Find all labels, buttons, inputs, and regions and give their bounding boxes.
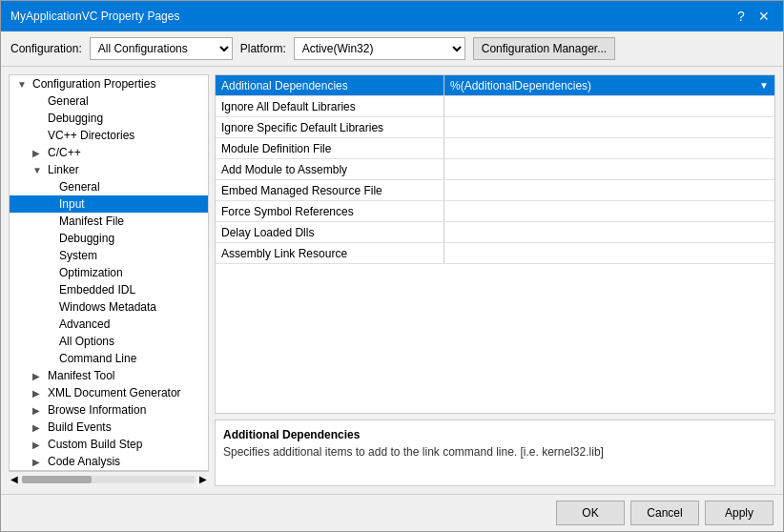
tree-item-linker[interactable]: ▼Linker: [10, 161, 208, 178]
prop-row[interactable]: Delay Loaded Dlls: [216, 222, 774, 243]
prop-value: [444, 159, 774, 179]
main-content: ▼Configuration PropertiesGeneralDebuggin…: [1, 67, 783, 494]
tree-item-config-props[interactable]: ▼Configuration Properties: [10, 75, 208, 92]
tree-item-c-cpp[interactable]: ▶C/C++: [10, 144, 208, 161]
tree-item-build-events[interactable]: ▶Build Events: [10, 419, 208, 436]
config-select[interactable]: All Configurations: [90, 37, 233, 60]
tree-expander-build-events: ▶: [32, 422, 48, 433]
tree-item-general[interactable]: General: [10, 92, 208, 110]
prop-name: Ignore All Default Libraries: [216, 96, 444, 116]
toolbar: Configuration: All Configurations Platfo…: [1, 31, 783, 67]
tree-item-manifest-file[interactable]: Manifest File: [10, 213, 208, 230]
tree-item-windows-metadata[interactable]: Windows Metadata: [10, 298, 208, 316]
desc-title: Additional Dependencies: [223, 428, 767, 441]
tree-label-linker: Linker: [48, 163, 79, 176]
prop-row[interactable]: Ignore All Default Libraries: [216, 96, 774, 117]
left-panel-scrollbar[interactable]: ◀▶: [9, 471, 209, 486]
tree-item-system[interactable]: System: [10, 247, 208, 264]
tree-label-system: System: [59, 249, 97, 262]
platform-select[interactable]: Active(Win32): [294, 37, 465, 60]
tree-item-custom-build[interactable]: ▶Custom Build Step: [10, 436, 208, 453]
apply-button[interactable]: Apply: [705, 501, 774, 525]
tree-label-custom-build: Custom Build Step: [48, 438, 142, 451]
prop-value: %(AdditionalDependencies)▼: [444, 75, 774, 95]
config-label: Configuration:: [10, 42, 82, 55]
dialog-title: MyApplicationVC Property Pages: [10, 10, 179, 23]
tree-expander-xml-doc: ▶: [32, 388, 48, 399]
tree-item-debugging[interactable]: Debugging: [10, 110, 208, 127]
config-manager-button[interactable]: Configuration Manager...: [473, 37, 615, 60]
prop-name: Delay Loaded Dlls: [216, 222, 444, 242]
prop-name: Embed Managed Resource File: [216, 180, 444, 200]
desc-text: Specifies additional items to add to the…: [223, 445, 767, 459]
prop-row[interactable]: Additional Dependencies%(AdditionalDepen…: [216, 75, 774, 96]
tree-label-browse-info: Browse Information: [48, 403, 146, 417]
prop-name: Assembly Link Resource: [216, 243, 444, 263]
tree-label-debugging2: Debugging: [59, 232, 114, 245]
tree-item-browse-info[interactable]: ▶Browse Information: [10, 401, 208, 419]
tree-label-all-options: All Options: [59, 335, 114, 348]
tree-label-manifest-file: Manifest File: [59, 215, 124, 228]
tree-item-embedded-idl[interactable]: Embedded IDL: [10, 281, 208, 298]
help-button[interactable]: ?: [732, 7, 751, 26]
prop-name: Additional Dependencies: [216, 75, 444, 95]
prop-row[interactable]: Ignore Specific Default Libraries: [216, 117, 774, 138]
tree-label-build-events: Build Events: [48, 420, 112, 434]
prop-value: [444, 243, 774, 263]
cancel-button[interactable]: Cancel: [630, 501, 699, 525]
tree-expander-custom-build: ▶: [32, 440, 48, 450]
prop-row[interactable]: Module Definition File: [216, 138, 774, 159]
tree-expander-c-cpp: ▶: [32, 148, 48, 158]
prop-name: Force Symbol References: [216, 201, 444, 221]
tree-item-all-options[interactable]: All Options: [10, 333, 208, 350]
tree-expander-config-props: ▼: [17, 79, 32, 90]
property-pages-dialog: MyApplicationVC Property Pages ? ✕ Confi…: [0, 0, 784, 532]
left-panel-wrapper: ▼Configuration PropertiesGeneralDebuggin…: [9, 74, 209, 486]
tree-item-advanced[interactable]: Advanced: [10, 316, 208, 333]
tree-expander-linker: ▼: [32, 165, 48, 175]
prop-value: [444, 180, 774, 200]
tree-expander-code-analysis: ▶: [32, 457, 48, 467]
prop-name: Add Module to Assembly: [216, 159, 444, 179]
prop-name: Module Definition File: [216, 138, 444, 158]
close-button[interactable]: ✕: [754, 7, 774, 26]
tree-label-advanced: Advanced: [59, 317, 110, 331]
tree-label-optimization: Optimization: [59, 266, 123, 279]
tree-label-linker-general: General: [59, 180, 100, 194]
tree-expander-browse-info: ▶: [32, 405, 48, 416]
description-panel: Additional Dependencies Specifies additi…: [215, 419, 775, 486]
tree-label-manifest-tool: Manifest Tool: [48, 369, 114, 382]
title-bar-buttons: ? ✕: [732, 7, 774, 26]
prop-row[interactable]: Force Symbol References: [216, 201, 774, 222]
tree-label-c-cpp: C/C++: [48, 146, 81, 159]
tree-label-code-analysis: Code Analysis: [48, 455, 120, 468]
prop-value: [444, 138, 774, 158]
tree-expander-manifest-tool: ▶: [32, 371, 48, 381]
tree-item-linker-input[interactable]: Input: [10, 195, 208, 213]
tree-label-command-line: Command Line: [59, 352, 136, 365]
prop-row[interactable]: Assembly Link Resource: [216, 243, 774, 264]
tree-label-general: General: [48, 94, 89, 108]
tree-item-vc-dirs[interactable]: VC++ Directories: [10, 127, 208, 144]
prop-row[interactable]: Add Module to Assembly: [216, 159, 774, 180]
prop-value: [444, 201, 774, 221]
property-table: Additional Dependencies%(AdditionalDepen…: [215, 74, 775, 414]
tree-item-xml-doc[interactable]: ▶XML Document Generator: [10, 384, 208, 401]
tree-item-code-analysis[interactable]: ▶Code Analysis: [10, 453, 208, 470]
bottom-bar: OK Cancel Apply: [1, 494, 783, 531]
dropdown-arrow-icon[interactable]: ▼: [759, 80, 769, 91]
tree-item-linker-general[interactable]: General: [10, 178, 208, 195]
prop-row[interactable]: Embed Managed Resource File: [216, 180, 774, 201]
tree-label-xml-doc: XML Document Generator: [48, 386, 181, 399]
prop-value: [444, 96, 774, 116]
prop-name: Ignore Specific Default Libraries: [216, 117, 444, 137]
tree-item-command-line[interactable]: Command Line: [10, 350, 208, 367]
tree-item-optimization[interactable]: Optimization: [10, 264, 208, 281]
ok-button[interactable]: OK: [556, 501, 625, 525]
tree-item-manifest-tool[interactable]: ▶Manifest Tool: [10, 367, 208, 384]
prop-value: [444, 117, 774, 137]
title-bar: MyApplicationVC Property Pages ? ✕: [1, 1, 783, 31]
right-panel: Additional Dependencies%(AdditionalDepen…: [215, 74, 775, 486]
tree-item-debugging2[interactable]: Debugging: [10, 230, 208, 247]
tree-label-windows-metadata: Windows Metadata: [59, 300, 156, 314]
